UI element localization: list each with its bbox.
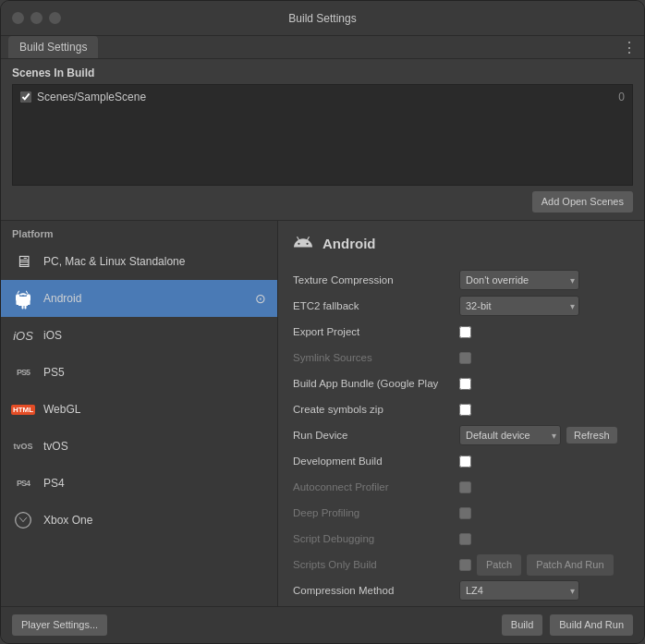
tab-bar: Build Settings ⋮ <box>1 36 644 59</box>
run-device-label: Run Device <box>293 430 459 441</box>
etc2-fallback-dropdown[interactable]: 32-bit 16-bit <box>459 296 579 316</box>
build-app-bundle-row: Build App Bundle (Google Play <box>293 373 629 394</box>
script-debugging-row: Script Debugging <box>293 529 629 549</box>
platform-item-ios[interactable]: iOS iOS <box>1 317 277 354</box>
minimize-button[interactable] <box>30 12 43 24</box>
scripts-only-build-row: Scripts Only Build Patch Patch And Run <box>293 554 629 575</box>
deep-profiling-checkbox <box>459 507 471 519</box>
script-debugging-label: Script Debugging <box>293 533 459 544</box>
ps5-icon: PS5 <box>12 361 34 383</box>
autoconnect-profiler-label: Autoconnect Profiler <box>293 481 459 492</box>
run-device-value: Default device Refresh <box>459 425 629 445</box>
texture-compression-value: Don't override ETC ETC2 ASTC <box>459 270 629 290</box>
development-build-row: Development Build <box>293 451 629 471</box>
window-title: Build Settings <box>288 12 356 25</box>
add-open-scenes-button[interactable]: Add Open Scenes <box>532 191 633 213</box>
symlink-sources-value <box>459 352 629 364</box>
deep-profiling-label: Deep Profiling <box>293 507 459 518</box>
settings-title: Android <box>293 232 629 255</box>
scene-checkbox[interactable] <box>20 91 31 103</box>
platform-panel: Platform 🖥 PC, Mac & Linux Standalone An… <box>1 221 278 605</box>
settings-android-icon <box>293 232 313 255</box>
html5-icon: HTML <box>12 398 34 420</box>
title-bar: Build Settings <box>1 1 644 36</box>
etc2-fallback-label: ETC2 fallback <box>293 300 459 311</box>
platform-item-ps5[interactable]: PS5 PS5 <box>1 354 277 391</box>
script-debugging-value <box>459 533 629 545</box>
scenes-list: Scenes/SampleScene 0 <box>12 84 633 186</box>
ps4-icon: PS4 <box>12 472 34 494</box>
compression-method-row: Compression Method Default LZ4 LZ4HC <box>293 580 629 601</box>
build-app-bundle-checkbox[interactable] <box>459 378 471 390</box>
texture-compression-row: Texture Compression Don't override ETC E… <box>293 270 629 290</box>
platform-label-ps5: PS5 <box>43 366 65 379</box>
deep-profiling-row: Deep Profiling <box>293 503 629 523</box>
build-app-bundle-value <box>459 378 629 390</box>
scripts-only-build-label: Scripts Only Build <box>293 559 459 570</box>
deep-profiling-value <box>459 507 629 519</box>
create-symbols-zip-label: Create symbols zip <box>293 404 459 415</box>
platform-item-webgl[interactable]: HTML WebGL <box>1 391 277 428</box>
player-settings-button[interactable]: Player Settings... <box>12 614 107 636</box>
platform-item-android[interactable]: Android ⊙ <box>1 280 277 317</box>
symlink-sources-row: Symlink Sources <box>293 347 629 368</box>
platform-item-ps4[interactable]: PS4 PS4 <box>1 465 277 502</box>
development-build-label: Development Build <box>293 456 459 467</box>
settings-panel: Android Texture Compression Don't overri… <box>278 221 644 605</box>
texture-compression-label: Texture Compression <box>293 274 459 286</box>
platform-item-tvos[interactable]: tvOS tvOS <box>1 428 277 465</box>
compression-method-dropdown[interactable]: Default LZ4 LZ4HC <box>459 580 579 601</box>
create-symbols-zip-checkbox[interactable] <box>459 404 471 416</box>
scene-name: Scenes/SampleScene <box>37 91 613 103</box>
patch-button[interactable]: Patch <box>477 554 521 576</box>
compression-dropdown-wrapper: Default LZ4 LZ4HC <box>459 580 579 601</box>
tab-build-settings[interactable]: Build Settings <box>8 36 98 58</box>
compression-method-value: Default LZ4 LZ4HC <box>459 580 629 601</box>
autoconnect-profiler-row: Autoconnect Profiler <box>293 477 629 497</box>
close-button[interactable] <box>12 12 24 24</box>
run-device-dropdown-wrapper: Default device <box>459 425 561 445</box>
tvos-icon: tvOS <box>12 435 34 457</box>
scripts-only-build-value: Patch Patch And Run <box>459 554 629 576</box>
compression-method-label: Compression Method <box>293 585 459 596</box>
platform-label-webgl: WebGL <box>43 403 80 416</box>
build-app-bundle-label: Build App Bundle (Google Play <box>293 378 459 389</box>
run-device-row: Run Device Default device Refresh <box>293 425 629 445</box>
bottom-bar: Player Settings... Build Build And Run <box>1 606 644 643</box>
etc2-fallback-row: ETC2 fallback 32-bit 16-bit <box>293 296 629 316</box>
development-build-checkbox[interactable] <box>459 456 471 468</box>
create-symbols-zip-row: Create symbols zip <box>293 399 629 419</box>
platform-item-xbox[interactable]: Xbox One <box>1 502 277 539</box>
export-project-checkbox[interactable] <box>459 326 471 338</box>
scenes-panel: Scenes In Build Scenes/SampleScene 0 Add… <box>1 59 644 221</box>
run-device-dropdown[interactable]: Default device <box>459 425 561 445</box>
development-build-value <box>459 456 629 468</box>
refresh-button[interactable]: Refresh <box>566 427 617 444</box>
settings-platform-title: Android <box>322 236 376 251</box>
monitor-icon: 🖥 <box>12 250 34 273</box>
platform-label-pc: PC, Mac & Linux Standalone <box>43 255 185 268</box>
platform-item-pc[interactable]: 🖥 PC, Mac & Linux Standalone <box>1 243 277 280</box>
ios-icon: iOS <box>12 324 34 346</box>
android-icon <box>12 287 34 310</box>
scene-index: 0 <box>618 91 625 103</box>
etc2-dropdown-wrapper: 32-bit 16-bit <box>459 296 579 316</box>
tab-menu-icon[interactable]: ⋮ <box>622 39 637 56</box>
android-active-icon: ⊙ <box>255 291 266 306</box>
traffic-lights <box>12 12 61 24</box>
patch-and-run-button[interactable]: Patch And Run <box>527 554 613 576</box>
window: Build Settings Build Settings ⋮ Scenes I… <box>0 0 645 644</box>
bottom-bar-left: Player Settings... <box>12 614 107 636</box>
platform-label-android: Android <box>43 292 81 305</box>
maximize-button[interactable] <box>49 12 61 24</box>
scene-item: Scenes/SampleScene 0 <box>17 89 628 105</box>
scripts-only-build-checkbox <box>459 559 471 571</box>
platform-label-tvos: tvOS <box>43 440 68 453</box>
build-and-run-button[interactable]: Build And Run <box>550 614 633 636</box>
platform-label-xbox: Xbox One <box>43 514 92 527</box>
main-area: Platform 🖥 PC, Mac & Linux Standalone An… <box>1 221 644 605</box>
platform-header: Platform <box>1 221 277 243</box>
texture-compression-dropdown[interactable]: Don't override ETC ETC2 ASTC <box>459 270 579 290</box>
svg-point-0 <box>16 513 31 529</box>
build-button[interactable]: Build <box>502 614 542 636</box>
